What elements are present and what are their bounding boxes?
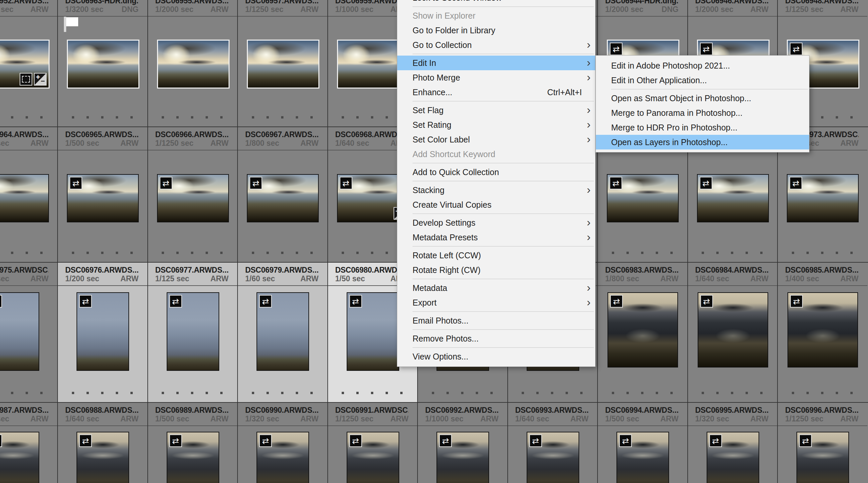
grid-cell[interactable]: DSC06991.ARWDSC...1/1250 secARW	[328, 402, 417, 483]
photo-thumbnail[interactable]	[787, 174, 859, 222]
photo-thumbnail[interactable]	[247, 40, 319, 89]
sync-arrows-badge-icon[interactable]	[349, 434, 362, 447]
rating-dot[interactable]	[72, 252, 74, 254]
rating-dot[interactable]	[116, 116, 118, 119]
photo-thumbnail[interactable]	[698, 292, 768, 367]
rating-dot[interactable]	[641, 392, 644, 394]
rating-dots[interactable]	[0, 116, 57, 119]
rating-dot[interactable]	[176, 392, 179, 394]
grid-cell[interactable]: DSC06993.ARWDS...1/640 secARW	[507, 402, 597, 483]
photo-thumbnail[interactable]	[167, 432, 219, 483]
rating-dot[interactable]	[656, 392, 658, 394]
rating-dot[interactable]	[565, 392, 568, 394]
rating-dot[interactable]	[836, 392, 838, 394]
sync-arrows-badge-icon[interactable]	[340, 177, 352, 189]
menu-item-merge-to-panorama-in-photoshop[interactable]: Merge to Panorama in Photoshop...	[596, 105, 809, 120]
sync-arrows-badge-icon[interactable]	[789, 177, 802, 189]
grid-cell[interactable]: DSC06996.ARWDS...1/1250 secARW	[777, 402, 867, 483]
sync-arrows-badge-icon[interactable]	[169, 295, 182, 308]
grid-cell[interactable]: DSC06992.ARWDS...1/1000 secARW	[417, 402, 507, 483]
sync-arrows-badge-icon[interactable]	[0, 434, 2, 447]
rating-dots[interactable]	[597, 392, 687, 394]
menu-item-metadata[interactable]: Metadata›	[397, 281, 595, 295]
grid-cell[interactable]: DSC06964.ARWDS...1/500 secARW	[0, 127, 57, 262]
menu-item-create-virtual-copies[interactable]: Create Virtual Copies	[397, 198, 595, 212]
pick-flag-icon[interactable]	[64, 17, 79, 32]
rating-dot[interactable]	[626, 392, 629, 394]
sync-arrows-badge-icon[interactable]	[610, 295, 623, 308]
sync-arrows-badge-icon[interactable]	[799, 434, 812, 447]
sync-arrows-badge-icon[interactable]	[439, 434, 452, 447]
rating-dot[interactable]	[11, 252, 13, 254]
rating-dot[interactable]	[446, 392, 449, 394]
rating-dot[interactable]	[162, 252, 164, 254]
rating-dot[interactable]	[536, 392, 539, 394]
rating-dot[interactable]	[296, 252, 298, 254]
rating-dot[interactable]	[626, 252, 629, 254]
menu-item-go-to-collection[interactable]: Go to Collection›	[397, 38, 595, 52]
rating-dot[interactable]	[385, 116, 388, 119]
rating-dot[interactable]	[267, 116, 269, 119]
menu-item-go-to-folder-in-library[interactable]: Go to Folder in Library	[397, 23, 595, 38]
rating-dot[interactable]	[310, 392, 313, 394]
rating-dots[interactable]	[147, 252, 238, 254]
grid-cell[interactable]: DSC06987.ARWDS...1/800 secARW	[0, 402, 57, 483]
rating-dot[interactable]	[342, 116, 344, 119]
rating-dot[interactable]	[72, 392, 74, 394]
rating-dot[interactable]	[206, 392, 208, 394]
rating-dot[interactable]	[716, 252, 719, 254]
menu-item-rotate-right-cw[interactable]: Rotate Right (CW)	[397, 263, 595, 277]
rating-dots[interactable]	[57, 252, 147, 254]
rating-dot[interactable]	[26, 392, 28, 394]
rating-dot[interactable]	[760, 392, 763, 394]
rating-dot[interactable]	[281, 392, 283, 394]
photo-thumbnail[interactable]	[0, 292, 39, 371]
menu-item-set-flag[interactable]: Set Flag›	[397, 103, 595, 118]
rating-dot[interactable]	[371, 252, 373, 254]
photo-thumbnail[interactable]	[608, 292, 678, 367]
rating-dots[interactable]	[687, 252, 777, 254]
sync-arrows-badge-icon[interactable]	[700, 42, 713, 55]
grid-cell[interactable]: DSC06975.ARWDSC...1/250 secARW	[0, 262, 57, 402]
rating-dot[interactable]	[26, 252, 28, 254]
photo-thumbnail[interactable]	[607, 174, 679, 222]
photo-thumbnail[interactable]	[787, 292, 858, 367]
rating-dot[interactable]	[746, 392, 748, 394]
rating-dot[interactable]	[252, 392, 254, 394]
rating-dot[interactable]	[40, 116, 42, 119]
photo-thumbnail[interactable]	[67, 40, 140, 89]
rating-dot[interactable]	[267, 252, 269, 254]
rating-dots[interactable]	[507, 392, 597, 394]
grid-cell[interactable]: DSC06979.ARWDS...1/60 secARW	[237, 262, 328, 402]
rating-dot[interactable]	[72, 116, 74, 119]
rating-dot[interactable]	[310, 252, 313, 254]
rating-dot[interactable]	[342, 392, 344, 394]
menu-item-remove-photos[interactable]: Remove Photos...	[397, 331, 595, 346]
rating-dot[interactable]	[296, 116, 298, 119]
rating-dots[interactable]	[0, 252, 57, 254]
menu-item-add-shortcut-keyword[interactable]: Add Shortcut Keyword	[397, 147, 595, 161]
sync-arrows-badge-icon[interactable]	[349, 295, 362, 308]
rating-dot[interactable]	[850, 116, 853, 119]
sync-arrows-badge-icon[interactable]	[700, 295, 713, 308]
rating-dot[interactable]	[296, 392, 298, 394]
rating-dot[interactable]	[702, 252, 704, 254]
grid-cell[interactable]: DSC06988.ARWDS...1/640 secARW	[57, 402, 147, 483]
rating-dot[interactable]	[267, 392, 269, 394]
crop-badge-icon[interactable]	[20, 73, 32, 86]
sync-arrows-badge-icon[interactable]	[169, 434, 182, 447]
rating-dot[interactable]	[641, 252, 644, 254]
rating-dot[interactable]	[87, 392, 89, 394]
menu-item-email-photos[interactable]: Email Photos...	[397, 313, 595, 328]
rating-dots[interactable]	[687, 392, 777, 394]
menu-item-edit-in[interactable]: Edit In›	[397, 56, 595, 70]
sync-arrows-badge-icon[interactable]	[790, 295, 803, 308]
photo-thumbnail[interactable]	[617, 432, 669, 483]
sync-arrows-badge-icon[interactable]	[0, 295, 2, 308]
rating-dot[interactable]	[792, 392, 794, 394]
menu-item-view-options[interactable]: View Options...	[397, 349, 595, 364]
rating-dot[interactable]	[191, 116, 193, 119]
rating-dot[interactable]	[40, 252, 42, 254]
rating-dot[interactable]	[806, 392, 809, 394]
rating-dot[interactable]	[26, 116, 28, 119]
